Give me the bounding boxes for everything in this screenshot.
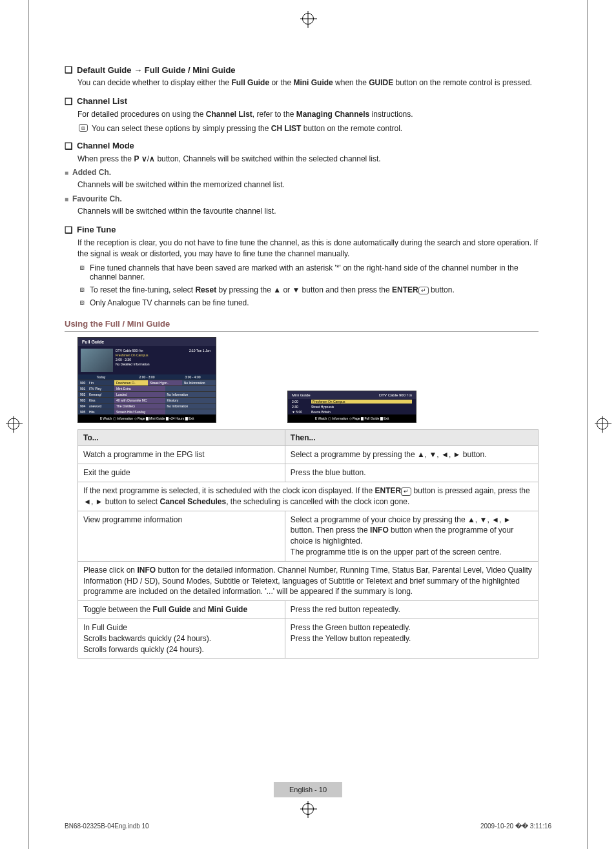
mini-guide-row: 2:00Freshmen On Campus [288,399,416,404]
fine-tune-note-1: ⦻ Fine tuned channels that have been sav… [79,263,539,281]
mini-guide-row: 2:30Street Hypnosis [288,404,416,409]
enter-icon: ↵ [418,287,429,295]
to-header: To... [78,430,285,446]
fav-ch-heading: ■ Favourite Ch. [65,194,539,203]
bullet-icon: ❑ [65,65,73,75]
enter-icon: ↵ [401,487,411,496]
manual-page: ❑ Default Guide → Full Guide / Mini Guid… [0,0,616,849]
trim-line-left [28,0,29,849]
mini-guide-header: Mini Guide DTV Cable 900 f tn [288,391,416,399]
registration-mark-right [597,418,608,431]
table-header-row: To... Then... [78,430,539,446]
up-icon: ∧ [149,154,155,163]
page-number: English - 10 [274,782,342,797]
guide-row: 905HitsSmash Hits! Sunday [78,409,216,414]
fav-ch-desc: Channels will be switched within the fav… [77,206,539,217]
channel-list-note: ⧈ You can select these options by simply… [79,124,539,133]
registration-mark-top [302,13,314,26]
table-note-row: If the next programme is selected, it is… [78,482,539,511]
guide-row: 904onewordThe DistilleryNo Information [78,403,216,409]
full-guide-title: Full Guide [78,338,216,346]
then-header: Then... [285,430,538,446]
channel-mode-heading: ❑ Channel Mode [65,141,539,151]
default-guide-heading: ❑ Default Guide → Full Guide / Mini Guid… [65,65,539,75]
heading-text: Default Guide [77,65,132,75]
fine-tune-heading: ❑ Fine Tune [65,225,539,235]
bullet-icon: ❑ [65,225,73,235]
channel-mode-section: ❑ Channel Mode When press the P ∨/∧ butt… [77,141,539,217]
fine-tune-section: ❑ Fine Tune If the reception is clear, y… [77,225,539,307]
channel-list-heading: ❑ Channel List [65,96,539,107]
table-row: In Full Guide Scrolls backwards quickly … [78,619,539,658]
note-icon: ⦻ [79,263,86,271]
arrow-icon: → [134,65,142,75]
registration-mark-bottom [302,803,314,817]
remote-button-icon: ⧈ [79,124,88,132]
bullet-icon: ❑ [65,96,73,107]
table-row: Watch a programme in the EPG list Select… [78,446,539,464]
footer-timestamp: 2009-10-20 �� 3:11:16 [480,823,551,830]
full-guide-footer: E Watch ▢ Information ◇ Page ▇ Mini Guid… [78,414,216,422]
down-icon: ∨ [141,154,147,163]
added-ch-desc: Channels will be switched within the mem… [77,179,539,190]
instruction-table: To... Then... Watch a programme in the E… [77,429,539,659]
table-row: Exit the guide Press the blue button. [78,464,539,482]
guide-row: 900f tnFreshmen O..Street Hypn..No Infor… [78,380,216,385]
guide-screenshots: Full Guide DTV Cable 900 f tn Freshmen O… [77,337,539,423]
mini-guide-row: ▼ 5:00Booze Britain [288,409,416,414]
added-ch-heading: ■ Added Ch. [65,168,539,177]
fine-tune-note-3: ⦻ Only Analogue TV channels can be fine … [79,298,539,307]
time-slots: Today 2:00 - 3:00 3:00 - 4:00 [78,374,216,380]
table-row: View programme information Select a prog… [78,511,539,561]
table-row: Toggle between the Full Guide and Mini G… [78,601,539,619]
footer: BN68-02325B-04Eng.indb 10 2009-10-20 �� … [65,823,551,830]
fine-tune-desc: If the reception is clear, you do not ha… [77,238,539,260]
guide-row: 901ITV PlayMint Extra [78,385,216,391]
date-label: 2:10 Tue 1 Jun [189,349,213,372]
mini-guide-footer: E Watch ▢ Information ◇ Page ▇ Full Guid… [288,414,416,422]
registration-mark-left [8,418,19,431]
fine-tune-note-2: ⦻ To reset the fine-tuning, select Reset… [79,285,539,295]
guide-row: 903Kiss40 with Dynamite MCKisstory [78,397,216,403]
channel-mode-desc: When press the P ∨/∧ button, Channels wi… [77,154,539,165]
footer-filename: BN68-02325B-04Eng.indb 10 [65,823,149,830]
heading-text-b: Full Guide / Mini Guide [145,65,236,75]
programme-meta: DTV Cable 900 f tn Freshmen On Campus 2:… [116,349,187,372]
default-guide-desc: You can decide whether to display either… [77,77,539,88]
default-guide-section: ❑ Default Guide → Full Guide / Mini Guid… [77,65,539,88]
guide-row: 902Kerrang!LoadedNo Information [78,391,216,397]
square-bullet-icon: ■ [65,169,68,176]
preview-thumbnail [81,349,113,372]
channel-list-desc: For detailed procedures on using the Cha… [77,109,539,120]
square-bullet-icon: ■ [65,196,68,203]
mini-guide-screenshot: Mini Guide DTV Cable 900 f tn 2:00Freshm… [287,391,416,423]
note-icon: ⦻ [79,285,86,293]
page-content: ❑ Default Guide → Full Guide / Mini Guid… [77,65,539,659]
channel-list-section: ❑ Channel List For detailed procedures o… [77,96,539,133]
trim-line-right [587,0,588,849]
table-note-row: Please click on INFO button for the deta… [78,561,539,600]
full-guide-screenshot: Full Guide DTV Cable 900 f tn Freshmen O… [77,337,216,423]
bullet-icon: ❑ [65,141,73,151]
using-guide-heading: Using the Full / Mini Guide [65,319,539,332]
note-icon: ⦻ [79,298,86,306]
